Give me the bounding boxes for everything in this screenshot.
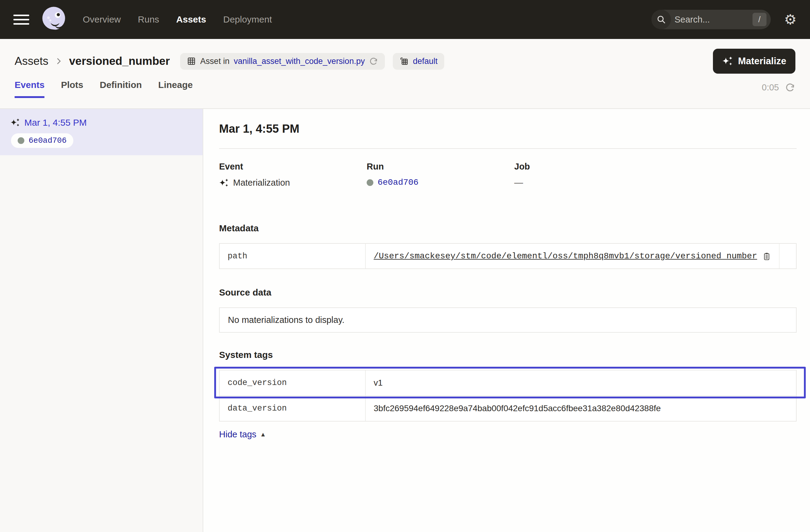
event-detail-title: Mar 1, 4:55 PM	[219, 122, 797, 135]
copy-icon[interactable]	[762, 252, 771, 261]
chevron-right-icon	[54, 57, 63, 65]
table-end-cell	[779, 244, 796, 269]
run-status-dot-icon	[367, 179, 373, 186]
system-tags-table: code_version v1 data_version 3bfc269594e…	[219, 370, 797, 421]
job-column-label: Job	[514, 162, 662, 172]
run-id-label: 6e0ad706	[29, 136, 67, 145]
tab-bar: Events Plots Definition Lineage	[15, 80, 193, 98]
nav-links: Overview Runs Assets Deployment	[83, 14, 272, 25]
search-input[interactable]: Search... /	[651, 10, 771, 29]
source-data-empty-message: No materializations to display.	[219, 307, 797, 333]
code-location-link[interactable]: vanilla_asset_with_code_version.py	[234, 57, 365, 66]
source-data-heading: Source data	[219, 287, 797, 297]
page-title: versioned_number	[69, 55, 170, 68]
nav-item-overview[interactable]: Overview	[83, 14, 121, 25]
hide-tags-label: Hide tags	[219, 430, 257, 439]
page-header: Assets versioned_number Asset in vanilla…	[0, 39, 810, 108]
event-type-value: Materialization	[233, 178, 290, 188]
system-tag-value: 3bfc269594ef649228e9a74bab00f042efc91d5a…	[366, 396, 796, 421]
group-default-link[interactable]: default	[413, 57, 438, 66]
materialization-sparkle-icon	[10, 118, 20, 128]
metadata-table: path /Users/smackesey/stm/code/elementl/…	[219, 243, 797, 269]
metadata-key: path	[220, 244, 366, 269]
sparkle-icon	[722, 56, 733, 67]
nav-item-assets[interactable]: Assets	[176, 14, 206, 25]
repo-icon	[400, 57, 409, 66]
gear-icon[interactable]: ⚙	[784, 13, 797, 27]
materialize-label: Materialize	[738, 56, 786, 67]
refresh-countdown: 0:05	[762, 82, 779, 93]
search-icon	[651, 10, 671, 29]
nav-item-deployment[interactable]: Deployment	[223, 14, 272, 25]
event-timestamp-link[interactable]: Mar 1, 4:55 PM	[25, 117, 87, 128]
search-shortcut-key: /	[752, 13, 766, 26]
job-value: —	[514, 178, 523, 188]
tab-lineage[interactable]: Lineage	[158, 80, 193, 98]
table-row: data_version 3bfc269594ef649228e9a74bab0…	[220, 396, 796, 421]
reload-icon[interactable]	[369, 57, 378, 66]
system-tags-heading: System tags	[219, 350, 797, 360]
hamburger-menu-icon[interactable]	[13, 15, 29, 25]
run-column-label: Run	[367, 162, 514, 172]
event-column-label: Event	[219, 162, 367, 172]
asset-group-badge[interactable]: default	[393, 53, 444, 70]
grid-icon	[187, 57, 196, 66]
asset-code-location-badge[interactable]: Asset in vanilla_asset_with_code_version…	[180, 53, 385, 70]
run-id-pill[interactable]: 6e0ad706	[11, 133, 73, 148]
event-list-sidebar: Mar 1, 4:55 PM 6e0ad706	[0, 109, 203, 532]
search-placeholder: Search...	[675, 15, 752, 25]
materialization-sparkle-icon	[219, 178, 229, 188]
nav-item-runs[interactable]: Runs	[138, 14, 159, 25]
hide-tags-link[interactable]: Hide tags ▲	[219, 430, 266, 439]
run-status-dot-icon	[18, 137, 25, 144]
caret-up-icon: ▲	[260, 431, 266, 438]
breadcrumb-assets-link[interactable]: Assets	[15, 55, 48, 68]
tab-definition[interactable]: Definition	[100, 80, 142, 98]
asset-in-label: Asset in	[200, 57, 229, 66]
system-tag-value: v1	[366, 370, 796, 396]
breadcrumb: Assets versioned_number Asset in vanilla…	[15, 39, 795, 74]
system-tag-key: code_version	[220, 370, 366, 396]
event-detail-panel: Mar 1, 4:55 PM Event Materialization Run…	[203, 109, 810, 532]
refresh-icon[interactable]	[785, 82, 795, 93]
metadata-path-link[interactable]: /Users/smackesey/stm/code/elementl/oss/t…	[374, 252, 757, 261]
tab-events[interactable]: Events	[15, 80, 45, 98]
table-row: path /Users/smackesey/stm/code/elementl/…	[220, 244, 796, 269]
tab-plots[interactable]: Plots	[61, 80, 83, 98]
event-list-item-selected[interactable]: Mar 1, 4:55 PM 6e0ad706	[0, 109, 202, 155]
table-row: code_version v1	[220, 370, 796, 396]
run-id-link[interactable]: 6e0ad706	[378, 178, 418, 187]
materialize-button[interactable]: Materialize	[713, 49, 795, 74]
dagster-logo-icon[interactable]	[40, 5, 68, 33]
top-nav: Overview Runs Assets Deployment Search..…	[0, 0, 810, 39]
system-tag-key: data_version	[220, 396, 366, 421]
metadata-heading: Metadata	[219, 223, 797, 233]
divider	[219, 148, 797, 149]
